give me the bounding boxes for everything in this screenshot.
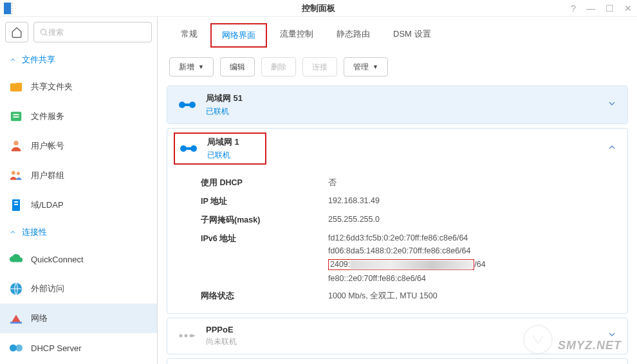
svg-point-6 (14, 141, 18, 145)
chevron-up-icon (9, 228, 17, 236)
home-button[interactable] (5, 22, 28, 42)
edit-button[interactable]: 编辑 (220, 57, 255, 77)
chevron-up-icon (607, 142, 617, 155)
caret-down-icon: ▼ (198, 64, 204, 70)
interface-status: 尚未联机 (206, 336, 237, 347)
ipv6-value: fe80::2e0:70ff:fe86:c8e6/64 (328, 274, 486, 283)
network-icon (9, 311, 23, 325)
interface-name: 局域网 51 (206, 93, 243, 104)
ipv6-value: fd06:8da5:1488:0:2e0:70ff:fe86:c8e6/64 (328, 246, 486, 255)
sidebar-item-file-service[interactable]: 文件服务 (0, 102, 157, 131)
interface-status: 已联机 (207, 150, 239, 161)
sidebar-item-group[interactable]: 用户群组 (0, 161, 157, 190)
ip-label: IP 地址 (201, 196, 328, 207)
watermark-icon (522, 324, 553, 358)
close-icon[interactable]: ✕ (624, 3, 632, 14)
pppoe-icon (178, 331, 197, 340)
group-icon (9, 168, 23, 183)
interface-name: PPPoE (206, 325, 237, 334)
tab-dsm-settings[interactable]: DSM 设置 (383, 23, 441, 48)
mask-value: 255.255.255.0 (328, 215, 380, 226)
search-box[interactable] (33, 22, 152, 42)
svg-point-24 (190, 334, 193, 338)
mask-label: 子网掩码(mask) (201, 215, 328, 226)
tab-general[interactable]: 常规 (171, 23, 208, 48)
tabs: 常规 网络界面 流量控制 静态路由 DSM 设置 (158, 17, 637, 48)
file-service-icon (9, 109, 23, 123)
sidebar: 文件共享 共享文件夹 文件服务 用户帐号 用户群组 域/LDAP 连接性 (0, 17, 158, 364)
netstatus-label: 网络状态 (201, 291, 328, 302)
svg-line-1 (45, 33, 47, 35)
interface-lan51[interactable]: 局域网 51 已联机 (167, 86, 628, 124)
interface-ipv6-tunnel[interactable]: IPv6 隧道 尚未联机 (167, 358, 628, 364)
svg-rect-10 (14, 201, 18, 203)
folder-share-icon (9, 80, 23, 94)
svg-rect-18 (182, 104, 192, 106)
svg-rect-4 (13, 114, 19, 115)
sidebar-item-network[interactable]: 网络 (0, 304, 157, 333)
user-icon (9, 139, 23, 153)
svg-point-0 (41, 29, 46, 34)
tab-traffic-control[interactable]: 流量控制 (270, 23, 324, 48)
chevron-down-icon (607, 98, 617, 111)
sidebar-item-user[interactable]: 用户帐号 (0, 131, 157, 161)
interface-details: 使用 DHCP否 IP 地址192.168.31.49 子网掩码(mask)25… (167, 168, 627, 313)
watermark-text: SMYZ.NET (558, 339, 622, 352)
minimize-icon[interactable]: — (586, 3, 595, 14)
globe-icon (9, 282, 23, 296)
tab-static-route[interactable]: 静态路由 (326, 23, 380, 48)
sidebar-item-shared-folder[interactable]: 共享文件夹 (0, 72, 157, 102)
interface-name: 局域网 1 (207, 136, 239, 148)
search-input[interactable] (48, 28, 146, 37)
ipv6-value: fd12:6dd3:fc5b:0:2e0:70ff:fe86:c8e6/64 (328, 233, 486, 242)
sidebar-item-external-access[interactable]: 外部访问 (0, 274, 157, 304)
app-icon (4, 3, 13, 14)
section-fileshare[interactable]: 文件共享 (0, 48, 157, 72)
window-title: 控制面板 (302, 3, 335, 14)
search-icon (39, 28, 48, 37)
caret-down-icon: ▼ (373, 64, 378, 70)
delete-button: 删除 (261, 57, 296, 77)
wired-icon (178, 100, 197, 110)
svg-rect-5 (13, 116, 19, 118)
sidebar-item-dhcp[interactable]: DHCP Server (0, 333, 157, 363)
maximize-icon[interactable]: ☐ (605, 3, 614, 14)
ip-value: 192.168.31.49 (328, 196, 380, 207)
svg-rect-21 (183, 147, 194, 150)
svg-point-22 (180, 334, 183, 338)
svg-point-23 (185, 334, 188, 338)
help-icon[interactable]: ? (571, 3, 576, 14)
svg-point-8 (17, 172, 20, 175)
dhcp-value: 否 (328, 177, 337, 188)
connect-button: 连接 (302, 57, 337, 77)
dhcp-label: 使用 DHCP (201, 177, 328, 188)
interface-lan1[interactable]: 局域网 1 已联机 使用 DHCP否 IP 地址192.168.31.49 子网… (167, 128, 628, 314)
sidebar-item-ldap[interactable]: 域/LDAP (0, 190, 157, 220)
svg-point-28 (524, 325, 552, 354)
toolbar: 新增▼ 编辑 删除 连接 管理▼ (158, 48, 637, 86)
wired-icon (179, 143, 198, 154)
chevron-up-icon (9, 56, 17, 64)
home-icon (11, 26, 23, 38)
add-button[interactable]: 新增▼ (169, 57, 214, 77)
manage-button[interactable]: 管理▼ (344, 57, 388, 77)
netstatus-value: 1000 Mb/s, 全双工, MTU 1500 (328, 291, 438, 302)
ldap-icon (9, 198, 23, 212)
interface-status: 已联机 (206, 106, 243, 117)
sidebar-item-quickconnect[interactable]: QuickConnect (0, 244, 157, 274)
tab-network-interface[interactable]: 网络界面 (212, 24, 266, 46)
quickconnect-icon (9, 252, 23, 266)
svg-point-15 (15, 345, 23, 352)
section-connectivity[interactable]: 连接性 (0, 220, 157, 244)
svg-rect-11 (14, 204, 18, 205)
svg-rect-13 (10, 322, 22, 323)
dhcp-icon (9, 341, 23, 355)
svg-point-7 (12, 171, 15, 175)
svg-rect-2 (10, 84, 22, 92)
ipv6-value-redacted: 2409:/64 (328, 259, 486, 270)
ipv6-label: IPv6 地址 (201, 233, 328, 283)
